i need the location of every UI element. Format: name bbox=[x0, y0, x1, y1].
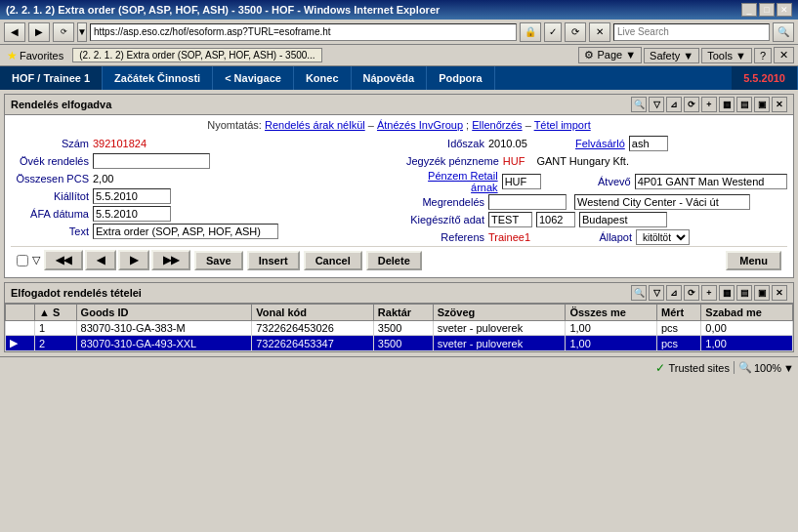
top-panel: Rendelés elfogadva 🔍 ▽ ⊿ ⟳ + ▦ ▤ ▣ ✕ Nyo… bbox=[4, 94, 794, 278]
toolbar-grid1-icon[interactable]: ▦ bbox=[719, 97, 735, 112]
toolbar-close-icon[interactable]: ✕ bbox=[772, 97, 787, 112]
felvasarlo-label[interactable]: Felvásárló bbox=[547, 138, 625, 149]
nav-napoveda-section[interactable]: Nápověda bbox=[352, 66, 428, 90]
link-tetel[interactable]: Tétel import bbox=[534, 119, 591, 131]
btoolbar-search-icon[interactable]: 🔍 bbox=[631, 285, 647, 301]
zoom-area: 🔍 100% ▼ bbox=[734, 361, 794, 374]
address-input[interactable] bbox=[90, 23, 517, 41]
nav-prev-button[interactable]: ◀ bbox=[85, 250, 116, 270]
text-input[interactable] bbox=[93, 224, 278, 239]
nav-next-button[interactable]: ▶ bbox=[118, 250, 149, 270]
menu-button[interactable]: Menu bbox=[726, 251, 781, 270]
col-raktar[interactable]: Vonal kód bbox=[252, 305, 374, 321]
col-mert[interactable]: Összes me bbox=[566, 305, 657, 321]
col-szoveg[interactable]: Raktár bbox=[373, 305, 433, 321]
nav-refresh-btn[interactable]: ⟳ bbox=[565, 22, 586, 42]
stop-button[interactable]: ✕ bbox=[589, 22, 610, 42]
atvevu-input[interactable] bbox=[635, 174, 787, 189]
cancel-button[interactable]: Cancel bbox=[304, 251, 362, 270]
mert-cell: pcs bbox=[657, 336, 701, 351]
referens-label: Referens bbox=[406, 231, 484, 243]
btoolbar-grid3-icon[interactable]: ▣ bbox=[754, 285, 770, 301]
kiallitot-input[interactable] bbox=[93, 188, 171, 204]
ovek-input[interactable] bbox=[93, 153, 210, 169]
btoolbar-filter-icon[interactable]: ▽ bbox=[649, 285, 664, 301]
penzem-label[interactable]: Pénzem Retail árnak bbox=[406, 170, 498, 193]
table-row[interactable]: 183070-310-GA-383-M73226264530263500svet… bbox=[6, 321, 793, 336]
search-go-button[interactable]: 🔍 bbox=[773, 22, 794, 42]
close-button[interactable]: ✕ bbox=[777, 3, 792, 17]
btoolbar-funnel-icon[interactable]: ⊿ bbox=[666, 285, 682, 301]
nav-zacatek-section[interactable]: Začátek Činnosti bbox=[103, 66, 213, 90]
col-osszes[interactable]: Szöveg bbox=[433, 305, 566, 321]
col-goods-id[interactable]: ▲ S bbox=[35, 305, 77, 321]
delete-button[interactable]: Delete bbox=[366, 251, 422, 270]
table-row[interactable]: ▶283070-310-GA-493-XXL73226264533473500s… bbox=[6, 336, 793, 351]
toolbar-grid3-icon[interactable]: ▣ bbox=[754, 97, 770, 112]
close-tab-btn[interactable]: ✕ bbox=[774, 47, 794, 63]
col-szabad[interactable]: Mért bbox=[657, 305, 701, 321]
current-tab[interactable]: (2. 2. 1. 2) Extra order (SOP, ASP, HOF,… bbox=[72, 48, 321, 62]
link-rendeles[interactable]: Rendelés árak nélkül bbox=[265, 119, 365, 131]
nav-podpora-section[interactable]: Podpora bbox=[427, 66, 495, 90]
toolbar-funnel-icon[interactable]: ⊿ bbox=[666, 97, 682, 112]
toolbar-search-icon[interactable]: 🔍 bbox=[631, 97, 647, 112]
nav-navigace-section[interactable]: < Navigace bbox=[213, 66, 294, 90]
megrendeles-input[interactable] bbox=[488, 194, 567, 210]
nav-konec-section[interactable]: Konec bbox=[294, 66, 352, 90]
toolbar-plus-icon[interactable]: + bbox=[701, 97, 717, 112]
nav-arrows: ◀◀ ◀ ▶ ▶▶ bbox=[44, 250, 190, 270]
btoolbar-plus-icon[interactable]: + bbox=[701, 285, 717, 301]
nav-last-button[interactable]: ▶▶ bbox=[151, 250, 190, 270]
insert-button[interactable]: Insert bbox=[247, 251, 300, 270]
link-ellenorzes[interactable]: Ellenőrzés bbox=[472, 119, 522, 131]
maximize-button[interactable]: □ bbox=[759, 3, 775, 17]
kiegeszito-input1[interactable] bbox=[488, 212, 532, 227]
filter-checkbox[interactable] bbox=[17, 255, 28, 266]
forward-button[interactable]: ▶ bbox=[28, 22, 50, 42]
btoolbar-grid2-icon[interactable]: ▤ bbox=[736, 285, 752, 301]
szabad-cell: 1,00 bbox=[701, 336, 793, 351]
link-atnezes[interactable]: Átnézés InvGroup bbox=[377, 119, 463, 131]
osszesen-row: Összesen PCS 2,00 bbox=[11, 170, 391, 187]
save-button[interactable]: Save bbox=[194, 251, 243, 270]
refresh-button[interactable]: ⟳ bbox=[53, 22, 74, 42]
orders-table: ▲ S Goods ID Vonal kód Raktár Szöveg Öss… bbox=[5, 304, 793, 351]
text-label: Text bbox=[11, 225, 89, 237]
col-vonal-kod[interactable]: Goods ID bbox=[76, 305, 252, 321]
toolbar-filter-icon[interactable]: ▽ bbox=[649, 97, 664, 112]
toolbar-refresh-icon[interactable]: ⟳ bbox=[684, 97, 699, 112]
afa-input[interactable] bbox=[93, 206, 171, 222]
btoolbar-close-icon[interactable]: ✕ bbox=[772, 285, 787, 301]
cert-button[interactable]: ✓ bbox=[544, 22, 562, 42]
search-input[interactable] bbox=[613, 23, 770, 41]
felvasarlo-input[interactable] bbox=[629, 136, 668, 151]
kiegeszito-input3[interactable] bbox=[579, 212, 667, 227]
kiegeszito-input2[interactable] bbox=[536, 212, 575, 227]
favorites-button[interactable]: ★ Favorites bbox=[4, 48, 66, 63]
col-szabad-me[interactable]: Szabad me bbox=[701, 305, 793, 321]
tools-page-btn[interactable]: ⚙ Page ▼ bbox=[578, 47, 642, 63]
allapot-select[interactable]: kitöltöt nyitott bbox=[636, 229, 690, 245]
idoszak-label: Időszak bbox=[406, 138, 484, 149]
osszes-cell: 1,00 bbox=[566, 336, 657, 351]
kiallitot-label: Kiállítot bbox=[11, 190, 89, 202]
ie-toolbar-right: ⚙ Page ▼ Safety ▼ Tools ▼ ? ✕ bbox=[578, 47, 794, 63]
safety-btn[interactable]: Safety ▼ bbox=[644, 48, 699, 63]
row-number: 1 bbox=[35, 321, 77, 336]
help-btn[interactable]: ? bbox=[754, 48, 772, 63]
tools-btn[interactable]: Tools ▼ bbox=[701, 48, 752, 63]
minimize-button[interactable]: _ bbox=[741, 3, 757, 17]
toolbar-grid2-icon[interactable]: ▤ bbox=[736, 97, 752, 112]
sep1: – bbox=[368, 119, 377, 131]
atvevu-address-input[interactable] bbox=[574, 194, 750, 210]
penzem-input[interactable] bbox=[502, 174, 541, 189]
back-button[interactable]: ◀ bbox=[4, 22, 25, 42]
btoolbar-grid1-icon[interactable]: ▦ bbox=[719, 285, 735, 301]
btoolbar-refresh-icon[interactable]: ⟳ bbox=[684, 285, 699, 301]
nav-first-button[interactable]: ◀◀ bbox=[44, 250, 83, 270]
zoom-arrow[interactable]: ▼ bbox=[783, 362, 794, 374]
zoom-out-icon[interactable]: 🔍 bbox=[738, 361, 752, 374]
dropdown-button[interactable]: ▼ bbox=[77, 22, 87, 42]
nav-hof-section[interactable]: HOF / Trainee 1 bbox=[0, 66, 103, 90]
